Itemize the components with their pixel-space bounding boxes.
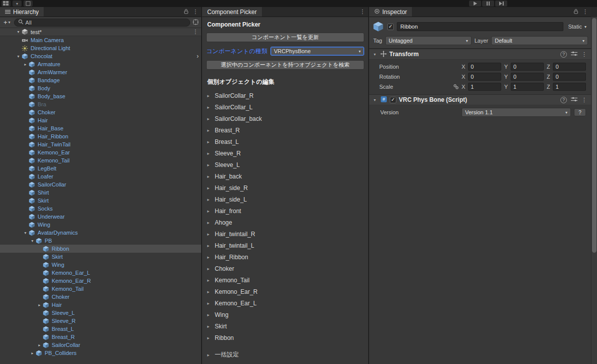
hierarchy-item-breast-r[interactable]: Breast_R xyxy=(0,333,201,341)
rotation-x-field[interactable]: 0 xyxy=(468,73,501,81)
scale-x-field[interactable]: 1 xyxy=(468,83,501,91)
foldout-wing[interactable]: ▸Wing xyxy=(206,309,364,320)
foldout-hair-twintail-r[interactable]: ▸Hair_twintail_R xyxy=(206,228,364,240)
help-button[interactable]: ? xyxy=(574,108,586,116)
static-dropdown[interactable]: Static ▾ xyxy=(566,24,588,30)
help-icon[interactable]: ? xyxy=(560,97,567,103)
presets-icon[interactable] xyxy=(571,51,577,57)
hierarchy-item-chocolat[interactable]: ▾Chocolat› xyxy=(0,52,201,60)
more-menu-icon[interactable]: ⋮ xyxy=(581,51,587,58)
hierarchy-item-skirt[interactable]: Skirt xyxy=(0,197,201,205)
hierarchy-item-sleeve-l[interactable]: Sleeve_L xyxy=(0,309,201,317)
presets-icon[interactable] xyxy=(571,97,577,103)
active-checkbox[interactable]: ✓ xyxy=(387,24,394,30)
hierarchy-item-hair[interactable]: ▸Hair xyxy=(0,301,201,309)
foldout-hair-back[interactable]: ▸Hair_back xyxy=(206,170,364,182)
tab-component-picker[interactable]: Component Picker xyxy=(202,7,262,17)
foldout-hair-side-l[interactable]: ▸Hair_side_L xyxy=(206,194,364,205)
lock-icon[interactable] xyxy=(573,9,578,15)
hierarchy-item-directional-light[interactable]: Directional Light xyxy=(0,44,201,52)
hierarchy-item-bra[interactable]: Bra xyxy=(0,100,201,108)
hierarchy-item-loafer[interactable]: Loafer xyxy=(0,172,201,180)
rotation-z-field[interactable]: 0 xyxy=(553,73,586,81)
foldout-ahoge[interactable]: ▸Ahoge xyxy=(206,217,364,228)
rotation-y-field[interactable]: 0 xyxy=(511,73,544,81)
hierarchy-item-armwarmer[interactable]: ArmWarmer xyxy=(0,68,201,76)
hierarchy-item-hair-ribbon[interactable]: Hair_Ribbon xyxy=(0,132,201,140)
foldout-kemono-ear-r[interactable]: ▸Kemono_Ear_R xyxy=(206,286,364,297)
refresh-components-button[interactable]: コンポーネント一覧を更新 xyxy=(206,33,364,42)
component-enabled-checkbox[interactable]: ✓ xyxy=(390,97,396,103)
hierarchy-item-wing[interactable]: Wing xyxy=(0,221,201,229)
scale-y-field[interactable]: 1 xyxy=(511,83,544,91)
position-z-field[interactable]: 0 xyxy=(553,63,586,71)
hierarchy-item-kemono-ear-l[interactable]: Kemono_Ear_L xyxy=(0,269,201,277)
foldout-ribbon[interactable]: ▸Ribbon xyxy=(206,332,364,343)
collapsed-icon[interactable]: ▸ xyxy=(36,343,43,347)
hierarchy-item-breast-l[interactable]: Breast_L xyxy=(0,325,201,333)
more-menu-icon[interactable]: ⋮ xyxy=(360,9,365,15)
tab-inspector[interactable]: Inspector xyxy=(369,7,412,17)
hierarchy-item-socks[interactable]: Socks xyxy=(0,205,201,213)
hierarchy-item-hair[interactable]: Hair xyxy=(0,116,201,124)
expanded-icon[interactable]: ▾ xyxy=(15,30,22,34)
layer-dropdown[interactable]: Default ▾ xyxy=(491,36,588,45)
tab-hierarchy[interactable]: Hierarchy xyxy=(0,7,44,17)
find-objects-button[interactable]: 選択中のコンポーネントを持つオブジェクトを検索 xyxy=(206,60,364,70)
pause-button[interactable] xyxy=(482,1,494,7)
foldout-kemono-tail[interactable]: ▸Kemono_Tail xyxy=(206,274,364,286)
hierarchy-item-kemono-tail[interactable]: Kemono_Tail xyxy=(0,156,201,164)
hierarchy-item-kemono-ear-r[interactable]: Kemono_Ear_R xyxy=(0,277,201,285)
foldout-sailorcollar-back[interactable]: ▸SailorCollar_back xyxy=(206,113,364,124)
foldout-sleeve-r[interactable]: ▸Sleeve_R xyxy=(206,147,364,159)
hierarchy-item-bandage[interactable]: Bandage xyxy=(0,76,201,84)
foldout-skirt[interactable]: ▸Skirt xyxy=(206,320,364,332)
hierarchy-item-choker[interactable]: Choker xyxy=(0,108,201,116)
scene-more-menu-icon[interactable]: ⋮ xyxy=(193,29,198,35)
hierarchy-item-hair-twintail[interactable]: Hair_TwinTail xyxy=(0,140,201,148)
create-menu-button[interactable]: + ▾ xyxy=(3,19,12,26)
foldout-sailorcollar-l[interactable]: ▸SailorCollar_L xyxy=(206,101,364,113)
hierarchy-item-ribbon[interactable]: Ribbon xyxy=(0,245,201,253)
toolbar-caret-icon[interactable]: ▾ xyxy=(13,1,22,7)
hierarchy-item-main-camera[interactable]: Main Camera xyxy=(0,36,201,44)
hierarchy-item-skirt[interactable]: Skirt xyxy=(0,253,201,261)
scrollbar-thumb[interactable] xyxy=(592,18,596,253)
name-field[interactable]: Ribbon xyxy=(397,22,563,31)
tag-dropdown[interactable]: Untagged ▾ xyxy=(385,36,472,45)
foldout-breast-l[interactable]: ▸Breast_L xyxy=(206,136,364,147)
expanded-icon[interactable]: ▾ xyxy=(372,98,378,102)
hierarchy-item-choker[interactable]: Choker xyxy=(0,293,201,301)
hierarchy-item-shirt[interactable]: Shirt xyxy=(0,189,201,197)
hierarchy-item-kemono-tail[interactable]: Kemono_Tail xyxy=(0,285,201,293)
scale-z-field[interactable]: 1 xyxy=(553,83,586,91)
foldout-sailorcollar-r[interactable]: ▸SailorCollar_R xyxy=(206,90,364,101)
more-menu-icon[interactable]: ⋮ xyxy=(582,9,588,15)
inspector-scrollbar[interactable] xyxy=(591,17,597,364)
expanded-icon[interactable]: ▾ xyxy=(372,52,378,57)
component-type-dropdown[interactable]: VRCPhysBone ▾ xyxy=(270,47,364,56)
expanded-icon[interactable]: ▾ xyxy=(22,231,29,235)
hierarchy-search-input[interactable]: All xyxy=(14,19,190,27)
foldout-hair-front[interactable]: ▸Hair_front xyxy=(206,205,364,217)
foldout-choker[interactable]: ▸Choker xyxy=(206,263,364,274)
help-icon[interactable]: ? xyxy=(560,51,567,58)
foldout-kemono-ear-l[interactable]: ▸Kemono_Ear_L xyxy=(206,297,364,309)
collapsed-icon[interactable]: ▸ xyxy=(36,303,43,307)
hierarchy-item-wing[interactable]: Wing xyxy=(0,261,201,269)
position-y-field[interactable]: 0 xyxy=(511,63,544,71)
version-dropdown[interactable]: Version 1.1 ▾ xyxy=(462,108,571,117)
physbone-component-header[interactable]: ▾ # ✓ VRC Phys Bone (Script) ? ⋮ xyxy=(369,94,591,105)
hierarchy-item-avatardynamics[interactable]: ▾AvatarDynamics xyxy=(0,229,201,237)
foldout-batch-settings[interactable]: ▸ 一括設定 xyxy=(206,349,364,360)
collapsed-icon[interactable]: ▸ xyxy=(29,351,36,355)
step-button[interactable] xyxy=(495,1,507,7)
foldout-breast-r[interactable]: ▸Breast_R xyxy=(206,124,364,136)
component-type-link[interactable]: コンポーネントの種類 xyxy=(206,47,267,56)
hierarchy-item-legbelt[interactable]: LegBelt xyxy=(0,164,201,172)
scene-pick-icon[interactable] xyxy=(193,19,199,26)
hierarchy-item-body[interactable]: Body xyxy=(0,84,201,92)
transform-component-header[interactable]: ▾ Transform ? ⋮ xyxy=(369,49,591,60)
play-button[interactable] xyxy=(469,1,481,7)
link-icon[interactable] xyxy=(454,84,459,90)
